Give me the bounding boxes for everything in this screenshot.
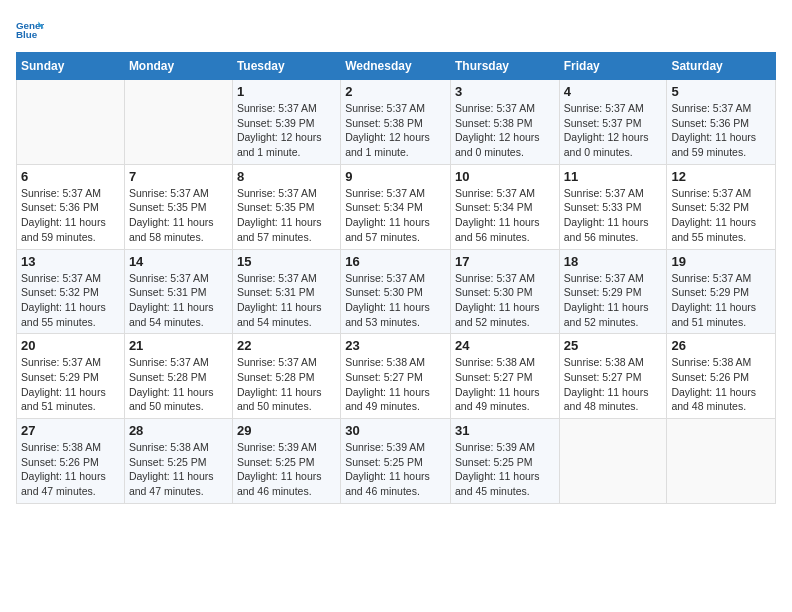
week-row-1: 6Sunrise: 5:37 AM Sunset: 5:36 PM Daylig… — [17, 164, 776, 249]
calendar-cell: 22Sunrise: 5:37 AM Sunset: 5:28 PM Dayli… — [232, 334, 340, 419]
day-number: 18 — [564, 254, 663, 269]
calendar-cell: 3Sunrise: 5:37 AM Sunset: 5:38 PM Daylig… — [450, 80, 559, 165]
header-cell-wednesday: Wednesday — [341, 53, 451, 80]
day-number: 2 — [345, 84, 446, 99]
day-number: 6 — [21, 169, 120, 184]
calendar-cell: 23Sunrise: 5:38 AM Sunset: 5:27 PM Dayli… — [341, 334, 451, 419]
calendar-cell: 6Sunrise: 5:37 AM Sunset: 5:36 PM Daylig… — [17, 164, 125, 249]
day-info: Sunrise: 5:38 AM Sunset: 5:27 PM Dayligh… — [564, 355, 663, 414]
day-info: Sunrise: 5:37 AM Sunset: 5:35 PM Dayligh… — [129, 186, 228, 245]
day-number: 17 — [455, 254, 555, 269]
day-number: 12 — [671, 169, 771, 184]
day-info: Sunrise: 5:37 AM Sunset: 5:36 PM Dayligh… — [671, 101, 771, 160]
day-info: Sunrise: 5:37 AM Sunset: 5:33 PM Dayligh… — [564, 186, 663, 245]
week-row-2: 13Sunrise: 5:37 AM Sunset: 5:32 PM Dayli… — [17, 249, 776, 334]
day-info: Sunrise: 5:38 AM Sunset: 5:25 PM Dayligh… — [129, 440, 228, 499]
day-info: Sunrise: 5:37 AM Sunset: 5:34 PM Dayligh… — [345, 186, 446, 245]
day-number: 16 — [345, 254, 446, 269]
day-info: Sunrise: 5:39 AM Sunset: 5:25 PM Dayligh… — [345, 440, 446, 499]
calendar-cell: 19Sunrise: 5:37 AM Sunset: 5:29 PM Dayli… — [667, 249, 776, 334]
calendar-cell: 4Sunrise: 5:37 AM Sunset: 5:37 PM Daylig… — [559, 80, 667, 165]
calendar-cell: 31Sunrise: 5:39 AM Sunset: 5:25 PM Dayli… — [450, 419, 559, 504]
week-row-3: 20Sunrise: 5:37 AM Sunset: 5:29 PM Dayli… — [17, 334, 776, 419]
calendar-cell: 21Sunrise: 5:37 AM Sunset: 5:28 PM Dayli… — [124, 334, 232, 419]
day-info: Sunrise: 5:37 AM Sunset: 5:29 PM Dayligh… — [21, 355, 120, 414]
calendar-cell: 29Sunrise: 5:39 AM Sunset: 5:25 PM Dayli… — [232, 419, 340, 504]
calendar-body: 1Sunrise: 5:37 AM Sunset: 5:39 PM Daylig… — [17, 80, 776, 504]
day-info: Sunrise: 5:37 AM Sunset: 5:36 PM Dayligh… — [21, 186, 120, 245]
day-number: 31 — [455, 423, 555, 438]
day-info: Sunrise: 5:38 AM Sunset: 5:26 PM Dayligh… — [671, 355, 771, 414]
day-number: 30 — [345, 423, 446, 438]
calendar-cell: 26Sunrise: 5:38 AM Sunset: 5:26 PM Dayli… — [667, 334, 776, 419]
day-info: Sunrise: 5:38 AM Sunset: 5:26 PM Dayligh… — [21, 440, 120, 499]
day-info: Sunrise: 5:37 AM Sunset: 5:37 PM Dayligh… — [564, 101, 663, 160]
day-number: 29 — [237, 423, 336, 438]
day-info: Sunrise: 5:37 AM Sunset: 5:31 PM Dayligh… — [129, 271, 228, 330]
calendar-cell: 14Sunrise: 5:37 AM Sunset: 5:31 PM Dayli… — [124, 249, 232, 334]
day-number: 9 — [345, 169, 446, 184]
day-info: Sunrise: 5:37 AM Sunset: 5:35 PM Dayligh… — [237, 186, 336, 245]
day-info: Sunrise: 5:37 AM Sunset: 5:38 PM Dayligh… — [455, 101, 555, 160]
header-row: SundayMondayTuesdayWednesdayThursdayFrid… — [17, 53, 776, 80]
day-number: 11 — [564, 169, 663, 184]
calendar-cell: 9Sunrise: 5:37 AM Sunset: 5:34 PM Daylig… — [341, 164, 451, 249]
calendar-cell — [124, 80, 232, 165]
calendar-cell: 5Sunrise: 5:37 AM Sunset: 5:36 PM Daylig… — [667, 80, 776, 165]
day-number: 14 — [129, 254, 228, 269]
day-info: Sunrise: 5:37 AM Sunset: 5:29 PM Dayligh… — [564, 271, 663, 330]
day-info: Sunrise: 5:37 AM Sunset: 5:39 PM Dayligh… — [237, 101, 336, 160]
calendar-cell: 11Sunrise: 5:37 AM Sunset: 5:33 PM Dayli… — [559, 164, 667, 249]
day-number: 21 — [129, 338, 228, 353]
day-number: 25 — [564, 338, 663, 353]
calendar-cell: 7Sunrise: 5:37 AM Sunset: 5:35 PM Daylig… — [124, 164, 232, 249]
day-info: Sunrise: 5:37 AM Sunset: 5:30 PM Dayligh… — [455, 271, 555, 330]
day-info: Sunrise: 5:37 AM Sunset: 5:30 PM Dayligh… — [345, 271, 446, 330]
day-number: 1 — [237, 84, 336, 99]
calendar-cell: 8Sunrise: 5:37 AM Sunset: 5:35 PM Daylig… — [232, 164, 340, 249]
day-info: Sunrise: 5:38 AM Sunset: 5:27 PM Dayligh… — [455, 355, 555, 414]
day-number: 23 — [345, 338, 446, 353]
calendar-cell: 15Sunrise: 5:37 AM Sunset: 5:31 PM Dayli… — [232, 249, 340, 334]
calendar-cell: 27Sunrise: 5:38 AM Sunset: 5:26 PM Dayli… — [17, 419, 125, 504]
day-number: 7 — [129, 169, 228, 184]
day-number: 28 — [129, 423, 228, 438]
header-cell-sunday: Sunday — [17, 53, 125, 80]
page-header: General Blue — [16, 16, 776, 44]
day-info: Sunrise: 5:38 AM Sunset: 5:27 PM Dayligh… — [345, 355, 446, 414]
calendar-cell — [667, 419, 776, 504]
day-number: 20 — [21, 338, 120, 353]
day-number: 13 — [21, 254, 120, 269]
calendar-cell: 10Sunrise: 5:37 AM Sunset: 5:34 PM Dayli… — [450, 164, 559, 249]
calendar-cell: 28Sunrise: 5:38 AM Sunset: 5:25 PM Dayli… — [124, 419, 232, 504]
header-cell-thursday: Thursday — [450, 53, 559, 80]
calendar-table: SundayMondayTuesdayWednesdayThursdayFrid… — [16, 52, 776, 504]
calendar-cell: 16Sunrise: 5:37 AM Sunset: 5:30 PM Dayli… — [341, 249, 451, 334]
calendar-cell: 20Sunrise: 5:37 AM Sunset: 5:29 PM Dayli… — [17, 334, 125, 419]
day-number: 19 — [671, 254, 771, 269]
calendar-cell: 13Sunrise: 5:37 AM Sunset: 5:32 PM Dayli… — [17, 249, 125, 334]
logo: General Blue — [16, 16, 48, 44]
calendar-header: SundayMondayTuesdayWednesdayThursdayFrid… — [17, 53, 776, 80]
calendar-cell: 24Sunrise: 5:38 AM Sunset: 5:27 PM Dayli… — [450, 334, 559, 419]
day-info: Sunrise: 5:37 AM Sunset: 5:32 PM Dayligh… — [21, 271, 120, 330]
calendar-cell: 12Sunrise: 5:37 AM Sunset: 5:32 PM Dayli… — [667, 164, 776, 249]
day-info: Sunrise: 5:37 AM Sunset: 5:31 PM Dayligh… — [237, 271, 336, 330]
calendar-cell: 25Sunrise: 5:38 AM Sunset: 5:27 PM Dayli… — [559, 334, 667, 419]
header-cell-saturday: Saturday — [667, 53, 776, 80]
logo-icon: General Blue — [16, 16, 44, 44]
calendar-cell: 17Sunrise: 5:37 AM Sunset: 5:30 PM Dayli… — [450, 249, 559, 334]
day-number: 24 — [455, 338, 555, 353]
day-number: 10 — [455, 169, 555, 184]
day-info: Sunrise: 5:37 AM Sunset: 5:32 PM Dayligh… — [671, 186, 771, 245]
svg-text:Blue: Blue — [16, 29, 38, 40]
day-info: Sunrise: 5:37 AM Sunset: 5:28 PM Dayligh… — [129, 355, 228, 414]
day-info: Sunrise: 5:37 AM Sunset: 5:28 PM Dayligh… — [237, 355, 336, 414]
day-number: 27 — [21, 423, 120, 438]
header-cell-monday: Monday — [124, 53, 232, 80]
calendar-cell: 30Sunrise: 5:39 AM Sunset: 5:25 PM Dayli… — [341, 419, 451, 504]
day-info: Sunrise: 5:37 AM Sunset: 5:29 PM Dayligh… — [671, 271, 771, 330]
calendar-cell — [17, 80, 125, 165]
day-info: Sunrise: 5:39 AM Sunset: 5:25 PM Dayligh… — [237, 440, 336, 499]
day-number: 3 — [455, 84, 555, 99]
